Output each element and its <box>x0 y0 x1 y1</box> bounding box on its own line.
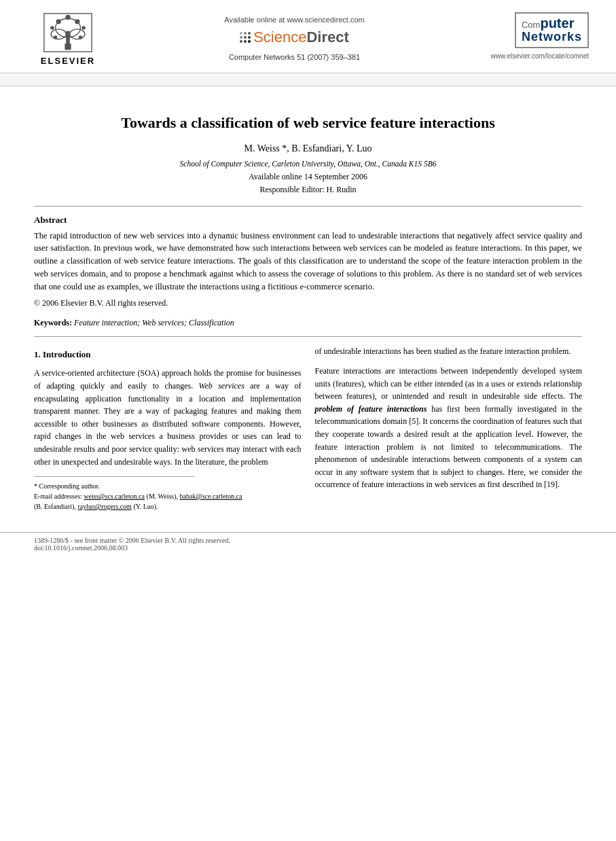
journal-citation: Computer Networks 51 (2007) 359–381 <box>109 53 480 61</box>
svg-rect-1 <box>66 31 70 45</box>
article-title: Towards a classification of web service … <box>34 113 582 133</box>
svg-point-7 <box>75 19 79 24</box>
corresponding-author-note: * Corresponding author. <box>34 481 302 491</box>
keywords-label: Keywords: <box>34 318 72 327</box>
available-online-text: Available online at www.sciencedirect.co… <box>109 16 480 24</box>
intro-paragraph-right-1: of undesirable interactions has been stu… <box>315 345 583 358</box>
keywords-line: Keywords: Feature interaction; Web servi… <box>34 318 582 328</box>
svg-point-11 <box>79 35 83 39</box>
copyright-text: © 2006 Elsevier B.V. All rights reserved… <box>34 298 582 308</box>
email2: babak@sce.carleton.ca <box>180 493 242 500</box>
article-affiliation: School of Computer Science, Carleton Uni… <box>34 160 582 168</box>
email3-person: (Y. Luo). <box>133 503 158 510</box>
abstract-section: Abstract The rapid introduction of new w… <box>34 215 582 309</box>
footnote-divider <box>34 476 194 477</box>
computer-networks-logo: Computer Networks <box>515 12 589 48</box>
svg-point-5 <box>56 19 60 24</box>
keywords-text: Feature interaction; Web services; Class… <box>74 318 234 327</box>
svg-point-6 <box>65 15 70 20</box>
svg-point-9 <box>81 26 86 30</box>
issn-line: 1389-1286/$ - see front matter © 2006 El… <box>34 537 582 544</box>
two-column-body: 1. Introduction A service-oriented archi… <box>34 345 582 512</box>
header: ELSEVIER Available online at www.science… <box>0 0 616 73</box>
intro-paragraph-left: A service-oriented architecture (SOA) ap… <box>34 367 302 468</box>
article-authors: M. Weiss *, B. Esfandiari, Y. Luo <box>34 143 582 154</box>
sd-dots-icon <box>240 32 251 43</box>
svg-point-8 <box>50 26 54 30</box>
article-available-date: Available online 14 September 2006 <box>34 172 582 182</box>
article-body: Towards a classification of web service … <box>0 86 616 525</box>
intro-paragraph-right-2: Feature interactions are interactions be… <box>315 365 583 491</box>
cn-website-url: www.elsevier.com/locate/comnet <box>480 52 589 60</box>
section1-title: 1. Introduction <box>34 348 302 361</box>
bottom-bar: 1389-1286/$ - see front matter © 2006 El… <box>0 532 616 556</box>
section1-title-text: 1. Introduction <box>34 349 91 359</box>
email2-person: (B. Esfandiari), <box>34 503 76 510</box>
abstract-text: The rapid introduction of new web servic… <box>34 230 582 293</box>
cn-networks-label: Networks <box>522 30 582 44</box>
footnote-area: * Corresponding author. E-mail addresses… <box>34 481 302 512</box>
doi-line: doi:10.1016/j.comnet.2006.08.003 <box>34 544 582 552</box>
header-center: Available online at www.sciencedirect.co… <box>109 12 480 61</box>
elsevier-logo: ELSEVIER <box>27 12 109 66</box>
right-column: of undesirable interactions has been stu… <box>315 345 583 512</box>
sciencedirect-text: ScienceDirect <box>253 29 349 46</box>
elsevier-logo-area: ELSEVIER <box>27 12 109 66</box>
email-label: E-mail addresses: <box>34 493 82 500</box>
page: ELSEVIER Available online at www.science… <box>0 0 616 841</box>
top-info-line <box>0 73 616 86</box>
elsevier-tree-icon <box>41 12 95 53</box>
email1-person: (M. Weiss), <box>147 493 179 500</box>
email3: rayluo@rogers.com <box>77 503 131 510</box>
abstract-label: Abstract <box>34 215 582 226</box>
email1: weiss@scs.carleton.ca <box>84 493 145 500</box>
sciencedirect-logo: ScienceDirect <box>240 29 349 46</box>
computer-networks-logo-area: Computer Networks www.elsevier.com/locat… <box>480 12 589 60</box>
article-editor: Responsible Editor: H. Rudin <box>34 185 582 195</box>
divider-keywords <box>34 336 582 337</box>
email-addresses-note: E-mail addresses: weiss@scs.carleton.ca … <box>34 491 302 512</box>
elsevier-label: ELSEVIER <box>41 56 95 66</box>
svg-point-10 <box>54 35 58 39</box>
left-column: 1. Introduction A service-oriented archi… <box>34 345 302 512</box>
divider-top <box>34 206 582 207</box>
